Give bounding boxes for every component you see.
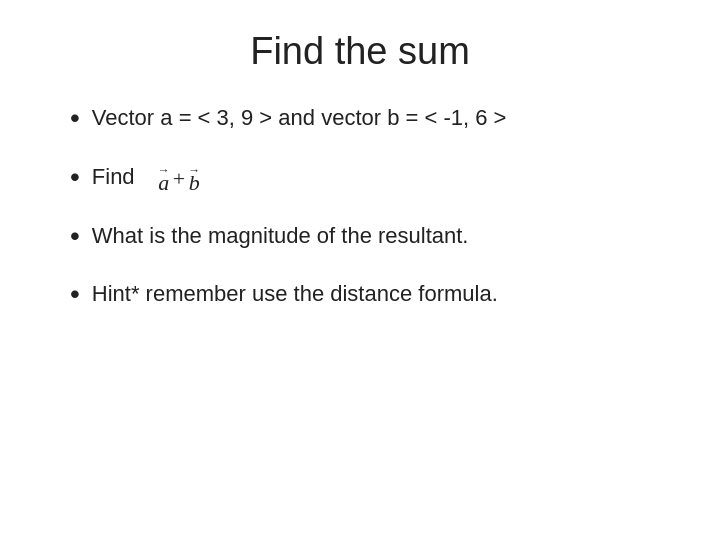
vec-a: → a (158, 164, 170, 194)
vec-b: → b (188, 164, 200, 194)
list-item: • Vector a = < 3, 9 > and vector b = < -… (70, 103, 660, 134)
arrow-b-icon: → (188, 164, 200, 176)
slide-container: Find the sum • Vector a = < 3, 9 > and v… (0, 0, 720, 540)
list-item: • Find → a + → b (70, 162, 660, 193)
bullet-text-4: Hint* remember use the distance formula. (92, 279, 498, 310)
bullet-find-row: Find → a + → b (92, 162, 201, 193)
arrow-a-icon: → (158, 164, 170, 176)
bullet-text-3: What is the magnitude of the resultant. (92, 221, 469, 252)
bullet-dot: • (70, 221, 80, 252)
list-item: • Hint* remember use the distance formul… (70, 279, 660, 310)
bullet-dot: • (70, 279, 80, 310)
math-expression: → a + → b (157, 164, 201, 195)
bullet-text-1: Vector a = < 3, 9 > and vector b = < -1,… (92, 103, 507, 134)
bullet-list: • Vector a = < 3, 9 > and vector b = < -… (60, 103, 660, 310)
plus-sign: + (173, 164, 185, 195)
find-label: Find (92, 162, 147, 193)
bullet-dot: • (70, 103, 80, 134)
list-item: • What is the magnitude of the resultant… (70, 221, 660, 252)
bullet-dot: • (70, 162, 80, 193)
slide-title: Find the sum (60, 30, 660, 73)
